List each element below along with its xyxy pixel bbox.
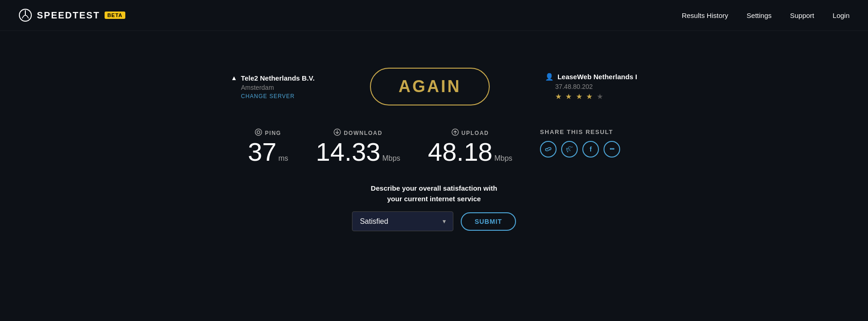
satisfaction-select[interactable]: Very Satisfied Satisfied Neutral Dissati… xyxy=(352,211,453,231)
satisfaction-section: Describe your overall satisfaction with … xyxy=(352,183,516,231)
server-icon: 👤 xyxy=(545,73,554,81)
server-row: ▲ Tele2 Netherlands B.V. Amsterdam CHANG… xyxy=(0,68,868,105)
share-twitter-button[interactable]: 𝕏 xyxy=(561,141,578,158)
upload-unit: Mbps xyxy=(494,154,512,163)
isp-info: ▲ Tele2 Netherlands B.V. Amsterdam CHANG… xyxy=(231,74,315,99)
upload-icon xyxy=(452,128,459,137)
svg-text:𝕏: 𝕏 xyxy=(568,147,571,152)
upload-stat: UPLOAD 48.18 Mbps xyxy=(428,128,512,165)
nav: Results History Settings Support Login xyxy=(682,12,850,19)
share-facebook-button[interactable]: f xyxy=(582,141,599,158)
server-stars: ★ ★ ★ ★ ★ xyxy=(545,92,637,101)
download-label: DOWNLOAD xyxy=(334,128,382,137)
upload-value: 48.18 xyxy=(428,139,493,165)
login-link[interactable]: Login xyxy=(833,12,850,19)
ping-stat: PING 37 ms xyxy=(248,128,288,165)
star-5: ★ xyxy=(597,93,604,100)
svg-point-2 xyxy=(257,131,260,134)
ping-value: 37 xyxy=(248,139,276,165)
upload-label: UPLOAD xyxy=(452,128,489,137)
settings-link[interactable]: Settings xyxy=(747,12,772,19)
results-history-link[interactable]: Results History xyxy=(682,12,728,19)
isp-location: Amsterdam xyxy=(231,84,315,91)
ping-icon xyxy=(255,128,262,137)
satisfaction-select-wrapper: Very Satisfied Satisfied Neutral Dissati… xyxy=(352,211,453,231)
download-value: 14.33 xyxy=(316,139,381,165)
download-unit: Mbps xyxy=(382,154,400,163)
beta-badge: BETA xyxy=(105,12,125,19)
star-2: ★ xyxy=(565,93,573,100)
download-stat: DOWNLOAD 14.33 Mbps xyxy=(316,128,400,165)
server-name: 👤 LeaseWeb Netherlands I xyxy=(545,73,637,81)
satisfaction-text: Describe your overall satisfaction with … xyxy=(371,183,497,204)
submit-button[interactable]: SUBMIT xyxy=(461,212,516,231)
support-link[interactable]: Support xyxy=(790,12,815,19)
logo-text: SPEEDTEST xyxy=(37,10,100,21)
download-icon xyxy=(334,128,341,137)
ping-label: PING xyxy=(255,128,281,137)
change-server-link[interactable]: CHANGE SERVER xyxy=(231,93,315,99)
share-link-button[interactable] xyxy=(540,141,557,158)
again-button[interactable]: AGAIN xyxy=(370,68,490,105)
speedtest-logo-icon xyxy=(18,8,32,22)
satisfaction-controls: Very Satisfied Satisfied Neutral Dissati… xyxy=(352,211,516,231)
ping-value-row: 37 ms xyxy=(248,139,288,165)
star-1: ★ xyxy=(555,93,563,100)
share-title: SHARE THIS RESULT xyxy=(540,128,613,135)
main-content: ▲ Tele2 Netherlands B.V. Amsterdam CHANG… xyxy=(0,31,868,231)
share-icons: 𝕏 f ••• xyxy=(540,141,620,158)
isp-name: ▲ Tele2 Netherlands B.V. xyxy=(231,74,315,82)
download-value-row: 14.33 Mbps xyxy=(316,139,400,165)
logo-area: SPEEDTEST BETA xyxy=(18,8,125,22)
star-4: ★ xyxy=(586,93,593,100)
share-section: SHARE THIS RESULT 𝕏 f xyxy=(540,128,620,158)
svg-point-1 xyxy=(255,129,262,135)
header: SPEEDTEST BETA Results History Settings … xyxy=(0,0,868,31)
share-more-button[interactable]: ••• xyxy=(604,141,620,158)
upload-value-row: 48.18 Mbps xyxy=(428,139,512,165)
isp-icon: ▲ xyxy=(231,74,237,82)
stats-row: PING 37 ms DOWNLOAD 14.33 Mbps xyxy=(248,128,620,165)
server-info: 👤 LeaseWeb Netherlands I 37.48.80.202 ★ … xyxy=(545,73,637,101)
server-ip: 37.48.80.202 xyxy=(545,83,637,90)
ping-unit: ms xyxy=(278,154,288,163)
star-3: ★ xyxy=(576,93,583,100)
